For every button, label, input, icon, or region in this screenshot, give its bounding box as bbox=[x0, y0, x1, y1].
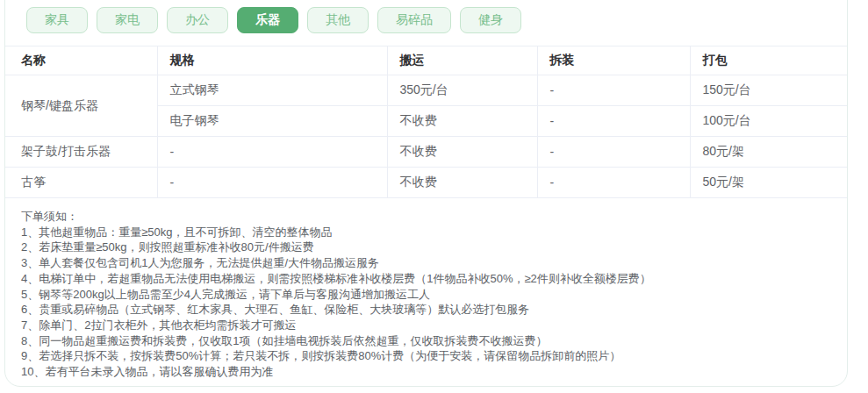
disassemble-fee-cell: - bbox=[537, 106, 690, 137]
table-row: 架子鼓/打击乐器 - 不收费 - 80元/架 bbox=[5, 137, 847, 168]
spec-cell: - bbox=[157, 168, 387, 198]
column-header-spec: 规格 bbox=[157, 46, 387, 75]
note-item: 9、若选择只拆不装，按拆装费50%计算；若只装不拆，则按拆装费80%计费（为便于… bbox=[21, 348, 831, 364]
column-header-disassemble: 拆装 bbox=[537, 46, 690, 75]
disassemble-fee-cell: - bbox=[537, 137, 690, 168]
tab-appliances[interactable]: 家电 bbox=[97, 7, 158, 33]
note-item: 8、同一物品超重搬运费和拆装费，仅收取1项（如挂墙电视拆装后依然超重，仅收取拆装… bbox=[21, 333, 831, 349]
pack-fee-cell: 100元/台 bbox=[690, 106, 847, 137]
tab-office[interactable]: 办公 bbox=[167, 7, 228, 33]
pack-fee-cell: 80元/架 bbox=[690, 137, 847, 168]
move-fee-cell: 不收费 bbox=[387, 106, 537, 137]
table-header-row: 名称 规格 搬运 拆装 打包 bbox=[5, 46, 847, 75]
column-header-move: 搬运 bbox=[387, 46, 537, 75]
spec-cell: 电子钢琴 bbox=[157, 106, 387, 137]
note-item: 4、电梯订单中，若超重物品无法使用电梯搬运，则需按照楼梯标准补收楼层费（1件物品… bbox=[21, 271, 831, 287]
column-header-pack: 打包 bbox=[690, 46, 847, 75]
note-item: 1、其他超重物品：重量≥50kg，且不可拆卸、清空的整体物品 bbox=[21, 225, 831, 240]
table-row: 古筝 - 不收费 - 50元/架 bbox=[5, 168, 847, 198]
spec-cell: - bbox=[157, 137, 387, 168]
spec-cell: 立式钢琴 bbox=[157, 75, 387, 106]
pricing-card: 家具 家电 办公 乐器 其他 易碎品 健身 名称 规格 搬运 拆装 打包 钢琴/… bbox=[4, 0, 848, 387]
note-item: 3、单人套餐仅包含司机1人为您服务，无法提供超重/大件物品搬运服务 bbox=[21, 255, 831, 271]
disassemble-fee-cell: - bbox=[537, 168, 690, 198]
pricing-table: 名称 规格 搬运 拆装 打包 钢琴/键盘乐器 立式钢琴 350元/台 - 150… bbox=[5, 46, 847, 198]
note-item: 7、除单门、2拉门衣柜外，其他衣柜均需拆装才可搬运 bbox=[21, 318, 831, 333]
disassemble-fee-cell: - bbox=[537, 75, 690, 106]
pack-fee-cell: 150元/台 bbox=[690, 75, 847, 106]
order-notes: 下单须知： 1、其他超重物品：重量≥50kg，且不可拆卸、清空的整体物品 2、若… bbox=[5, 198, 847, 380]
tab-others[interactable]: 其他 bbox=[307, 7, 369, 33]
category-tabs: 家具 家电 办公 乐器 其他 易碎品 健身 bbox=[5, 0, 847, 33]
tab-instruments[interactable]: 乐器 bbox=[237, 7, 298, 33]
move-fee-cell: 不收费 bbox=[387, 168, 537, 198]
note-item: 10、若有平台未录入物品，请以客服确认费用为准 bbox=[21, 364, 831, 380]
table-row: 钢琴/键盘乐器 立式钢琴 350元/台 - 150元/台 bbox=[5, 75, 847, 106]
move-fee-cell: 不收费 bbox=[387, 137, 537, 168]
tab-fragile[interactable]: 易碎品 bbox=[377, 7, 451, 33]
note-item: 2、若床垫重量≥50kg，则按照超重标准补收80元/件搬运费 bbox=[21, 239, 831, 255]
pack-fee-cell: 50元/架 bbox=[690, 168, 847, 198]
note-item: 5、钢琴等200kg以上物品需至少4人完成搬运，请下单后与客服沟通增加搬运工人 bbox=[21, 287, 831, 303]
column-header-name: 名称 bbox=[5, 46, 157, 75]
item-name-cell: 架子鼓/打击乐器 bbox=[5, 137, 157, 168]
tab-fitness[interactable]: 健身 bbox=[460, 7, 521, 33]
move-fee-cell: 350元/台 bbox=[387, 75, 537, 106]
note-item: 6、贵重或易碎物品（立式钢琴、红木家具、大理石、鱼缸、保险柜、大块玻璃等）默认必… bbox=[21, 302, 831, 318]
item-name-cell: 钢琴/键盘乐器 bbox=[5, 75, 157, 137]
tab-furniture[interactable]: 家具 bbox=[26, 7, 88, 33]
notes-title: 下单须知： bbox=[21, 209, 831, 225]
item-name-cell: 古筝 bbox=[5, 168, 157, 198]
